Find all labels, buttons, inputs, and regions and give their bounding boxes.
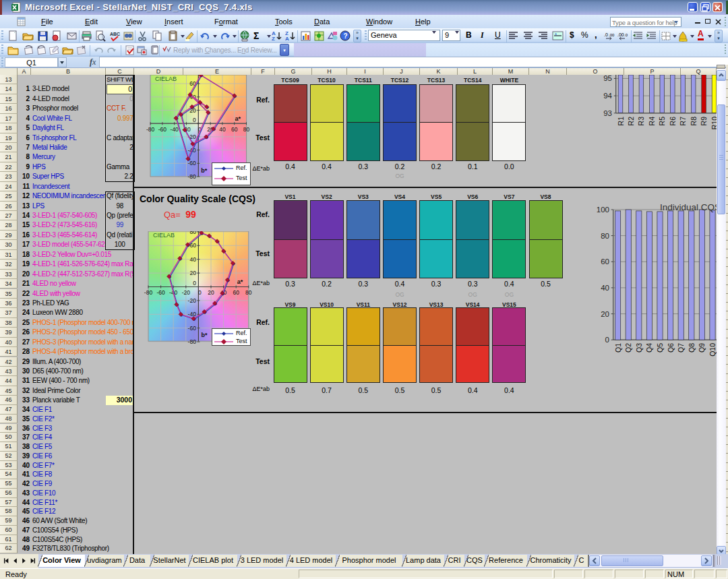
svg-text:-80: -80 <box>146 126 155 133</box>
svg-text:.0: .0 <box>624 33 628 37</box>
svg-text:-80: -80 <box>187 173 196 180</box>
svg-text:80: 80 <box>245 289 252 296</box>
svg-text:40: 40 <box>189 256 196 263</box>
svg-text:40: 40 <box>219 126 226 133</box>
svg-text:0: 0 <box>193 117 196 123</box>
svg-text:b*: b* <box>201 167 207 174</box>
svg-text:ABC: ABC <box>110 32 120 36</box>
svg-text:.00: .00 <box>617 32 624 37</box>
svg-text:b*: b* <box>201 332 207 338</box>
svg-text:0: 0 <box>193 280 196 287</box>
svg-text:0: 0 <box>198 289 202 296</box>
svg-text:-20: -20 <box>181 289 190 296</box>
svg-text:80: 80 <box>243 126 249 133</box>
svg-text:60: 60 <box>601 257 609 266</box>
svg-text:.0: .0 <box>604 32 608 37</box>
svg-text:CIELAB: CIELAB <box>153 232 175 239</box>
svg-text:80: 80 <box>189 231 196 235</box>
svg-text:60: 60 <box>231 126 238 133</box>
svg-text:a: a <box>555 32 557 36</box>
svg-text:?: ? <box>343 32 347 40</box>
svg-text:0: 0 <box>605 336 609 344</box>
svg-text:Z: Z <box>272 36 275 42</box>
svg-text:60: 60 <box>233 289 239 296</box>
svg-text:-40: -40 <box>170 126 179 133</box>
svg-text:-80: -80 <box>144 289 152 296</box>
svg-text:a*: a* <box>237 279 243 286</box>
svg-text:-80: -80 <box>187 338 196 345</box>
svg-text:A: A <box>285 36 289 42</box>
svg-text:Individual CQS: Individual CQS <box>660 202 717 212</box>
svg-text:Σ: Σ <box>253 30 259 41</box>
svg-text:80: 80 <box>601 232 609 240</box>
svg-text:94: 94 <box>603 92 612 100</box>
svg-text:-60: -60 <box>158 126 166 133</box>
svg-text:.00: .00 <box>609 33 615 37</box>
svg-text:100: 100 <box>597 206 609 214</box>
svg-text:CIELAB: CIELAB <box>155 75 177 82</box>
svg-text:a*: a* <box>235 115 241 122</box>
svg-text:-20: -20 <box>187 297 196 304</box>
svg-text:20: 20 <box>189 270 196 276</box>
svg-text:95: 95 <box>603 75 612 82</box>
svg-text:40: 40 <box>601 284 609 292</box>
svg-text:20: 20 <box>208 289 214 296</box>
svg-text:-60: -60 <box>156 289 165 296</box>
svg-text:93: 93 <box>603 109 612 117</box>
svg-text:20: 20 <box>601 310 609 318</box>
svg-text:-60: -60 <box>187 325 196 332</box>
